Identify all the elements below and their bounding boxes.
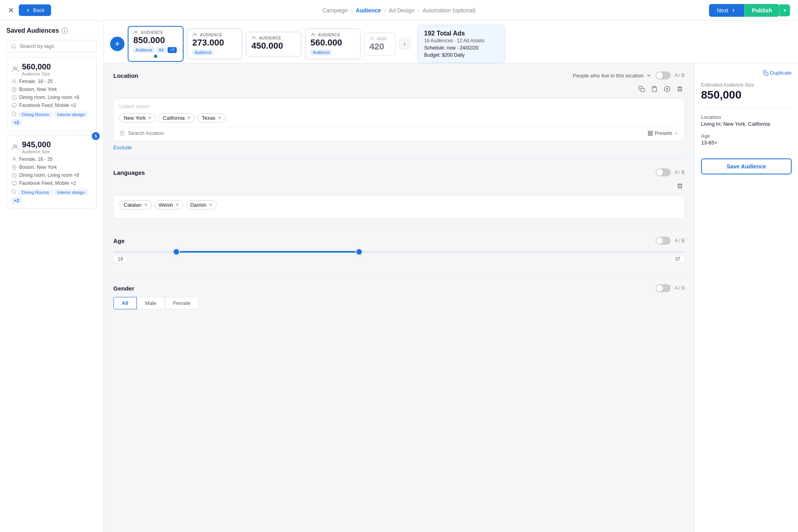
- gender-ab-toggle[interactable]: [656, 284, 671, 292]
- tag-badge-plus-2: +2: [12, 197, 22, 204]
- gender-male-button[interactable]: Male: [137, 297, 165, 309]
- remove-catalan[interactable]: ✕: [144, 202, 148, 208]
- right-age-value: 13-65+: [701, 140, 792, 146]
- audience-card-2[interactable]: 5 945,000 Audience Size Female, 18 - 25 …: [6, 135, 97, 209]
- age-toggle-knob: [656, 237, 663, 244]
- age-controls: A / B: [656, 237, 685, 245]
- delete-languages-btn[interactable]: [675, 181, 685, 192]
- location-icon-1: [12, 87, 17, 92]
- gender-all-button[interactable]: All: [113, 297, 137, 309]
- languages-ab-label: A / B: [675, 170, 685, 175]
- location-icon-2: [12, 165, 17, 170]
- remove-texas[interactable]: ✕: [218, 115, 221, 121]
- card-tags-2: Dining Rooms Interior design +2: [12, 189, 92, 204]
- publish-caret-button[interactable]: ▾: [779, 4, 790, 16]
- publish-button[interactable]: Publish: [744, 4, 779, 17]
- audience-tab-1[interactable]: AUDIENCE 850.000 Audience Ad +7: [128, 26, 184, 62]
- badge-5: 5: [92, 132, 100, 140]
- audience-tab-5[interactable]: AUD 420: [364, 32, 396, 56]
- location-section: Location People who live in this locatio…: [113, 71, 685, 159]
- audience-tab-2[interactable]: AUDIENCE 273.000 Audience: [187, 28, 243, 59]
- audience-tab-3[interactable]: AUDIENCE 450.000: [246, 32, 302, 57]
- tab-2-badges: Audience: [192, 49, 237, 55]
- breadcrumb-addesign[interactable]: Ad Design: [389, 7, 415, 14]
- audience-tab-4[interactable]: AUDIENCE 560.000 Audience: [305, 28, 361, 59]
- age-thumb-left[interactable]: [173, 248, 180, 255]
- age-ab-toggle[interactable]: [656, 237, 671, 245]
- breadcrumb-automation[interactable]: Automation (optional): [423, 7, 476, 14]
- remove-welsh[interactable]: ✕: [176, 202, 179, 208]
- audience-card-1[interactable]: 560,000 Audience Size Female, 18 - 25 Bo…: [6, 57, 97, 131]
- breadcrumb-sep-1: ›: [351, 8, 353, 13]
- gender-controls: A / B: [656, 284, 685, 292]
- duplicate-button[interactable]: Duplicate: [763, 70, 792, 76]
- back-button[interactable]: Back: [19, 4, 51, 16]
- search-input[interactable]: [6, 40, 97, 52]
- add-audience-button[interactable]: +: [110, 37, 124, 51]
- remove-new-york[interactable]: ✕: [148, 115, 152, 121]
- duplicate-icon: [763, 70, 768, 76]
- age-title: Age: [113, 237, 124, 244]
- tab-1-badges: Audience Ad +7: [133, 47, 178, 53]
- location-controls: People who live in this location A / B: [573, 71, 685, 79]
- svg-rect-28: [648, 131, 650, 133]
- svg-rect-29: [651, 131, 652, 133]
- age-section: Age A / B: [113, 237, 685, 275]
- chip-texas: Texas ✕: [198, 113, 226, 123]
- copy-icon-btn[interactable]: [637, 84, 646, 95]
- audience-icon-2: [12, 144, 19, 151]
- main-content: + AUDIENCE 850.000 Audience Ad +7: [104, 21, 798, 532]
- delete-location-btn[interactable]: [675, 84, 685, 95]
- svg-point-19: [254, 36, 255, 38]
- next-button[interactable]: Next: [709, 4, 745, 17]
- breadcrumb: Campaign › Audience › Ad Design › Automa…: [322, 7, 476, 14]
- tab-nav-right[interactable]: ›: [399, 38, 410, 49]
- card-detail-location-2: Boston, New York: [12, 164, 92, 170]
- summary-schedule: Schedule: now - 24/02/20: [424, 45, 498, 51]
- language-chips: Catalan ✕ Welsh ✕ Danish ✕: [119, 200, 679, 210]
- languages-ab-toggle[interactable]: [656, 168, 671, 176]
- location-title: Location: [113, 72, 138, 79]
- chip-catalan: Catalan ✕: [119, 200, 152, 210]
- breadcrumb-sep-2: ›: [384, 8, 386, 13]
- right-location-label: Location: [701, 115, 792, 120]
- chevron-right-icon: [731, 8, 736, 13]
- tab-5-number: 420: [369, 42, 390, 52]
- svg-rect-25: [653, 86, 655, 87]
- right-location-value: Living In: New York, California: [701, 121, 792, 127]
- svg-point-9: [13, 157, 15, 159]
- link-icon-btn[interactable]: [662, 84, 672, 95]
- location-ab-label: A / B: [675, 73, 685, 78]
- tag-badge-dining-2: Dining Rooms: [18, 189, 52, 196]
- tab-2-header: AUDIENCE: [192, 32, 237, 38]
- remove-danish[interactable]: ✕: [209, 202, 212, 208]
- age-thumb-right[interactable]: [356, 248, 363, 255]
- remove-california[interactable]: ✕: [187, 115, 191, 121]
- summary-total-ads: 192 Total Ads: [424, 30, 498, 37]
- save-audience-button[interactable]: Save Audience: [701, 158, 792, 174]
- exclude-button[interactable]: Exclude: [113, 144, 132, 150]
- age-range-labels: 18 37: [113, 255, 685, 263]
- form-section: Location People who live in this locatio…: [104, 63, 694, 532]
- gender-female-button[interactable]: Female: [165, 297, 199, 309]
- svg-point-17: [195, 33, 196, 34]
- search-location-input[interactable]: [128, 130, 644, 136]
- paste-icon: [651, 86, 658, 92]
- age-max-label: 37: [671, 255, 685, 263]
- presets-button[interactable]: Presets: [648, 130, 679, 136]
- tag-icon-1: [12, 111, 17, 117]
- right-age: Age 13-65+: [701, 133, 792, 146]
- location-type-button[interactable]: People who live in this location: [573, 73, 652, 79]
- chip-california: California ✕: [158, 113, 195, 123]
- location-ab-toggle[interactable]: [656, 71, 671, 79]
- svg-point-3: [14, 88, 15, 89]
- tab-1-dot: [154, 55, 157, 58]
- breadcrumb-audience[interactable]: Audience: [356, 7, 381, 14]
- languages-header: Languages A / B: [113, 168, 685, 176]
- location-chips: New York ✕ California ✕ Texas ✕: [119, 113, 679, 123]
- age-header: Age A / B: [113, 237, 685, 245]
- breadcrumb-campaign[interactable]: Campaign: [322, 7, 348, 14]
- close-button[interactable]: ✕: [8, 6, 14, 15]
- paste-icon-btn[interactable]: [650, 84, 659, 95]
- svg-point-15: [136, 31, 137, 32]
